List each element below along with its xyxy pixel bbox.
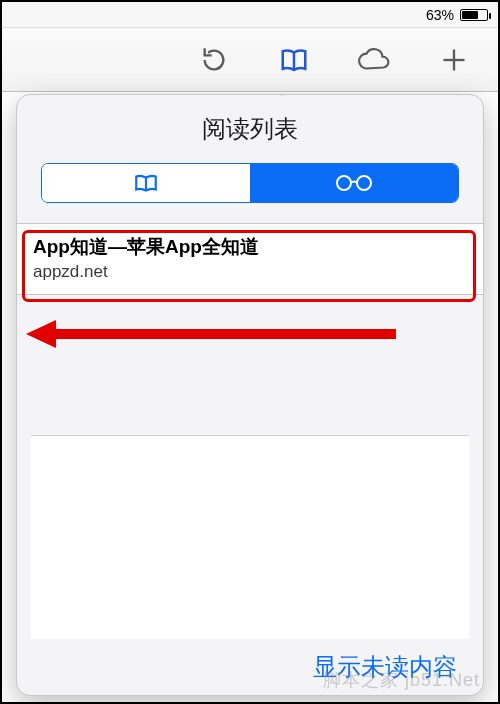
battery-icon (460, 9, 488, 21)
new-tab-button[interactable] (434, 40, 474, 80)
cloud-icon (357, 46, 391, 74)
svg-point-4 (337, 176, 351, 190)
browser-toolbar (2, 28, 498, 92)
screen: 63% 阅读 (0, 0, 500, 704)
item-title: App知道—苹果App全知道 (33, 234, 467, 260)
reading-list-item[interactable]: App知道—苹果App全知道 appzd.net (17, 224, 483, 295)
segmented-control (41, 163, 459, 203)
item-url: appzd.net (33, 262, 467, 282)
watermark-text: 脚本之家 jb51.Net (323, 668, 480, 692)
book-icon (133, 171, 159, 195)
segment-reading-list[interactable] (250, 164, 458, 202)
empty-area (31, 435, 469, 639)
reload-button[interactable] (194, 40, 234, 80)
glasses-icon (333, 173, 375, 193)
popover-title: 阅读列表 (17, 95, 483, 157)
reading-list-popover: 阅读列表 App知道—苹果App全知道 appzd.net (16, 94, 484, 696)
battery-percentage: 63% (426, 7, 454, 23)
icloud-tabs-button[interactable] (354, 40, 394, 80)
bookmarks-button[interactable] (274, 40, 314, 80)
svg-point-5 (357, 176, 371, 190)
book-icon (279, 45, 309, 75)
reload-icon (200, 46, 228, 74)
reading-list: App知道—苹果App全知道 appzd.net (17, 223, 483, 295)
popover-arrow-icon (281, 94, 307, 96)
plus-icon (440, 46, 468, 74)
status-bar: 63% (2, 2, 498, 28)
segment-bookmarks[interactable] (42, 164, 250, 202)
